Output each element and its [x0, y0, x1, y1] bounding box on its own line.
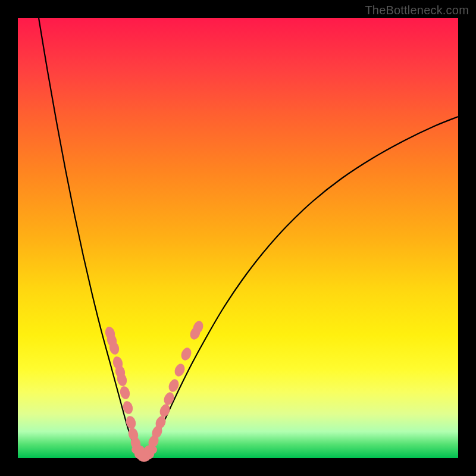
- data-dot: [118, 385, 131, 400]
- chart-svg: [0, 0, 476, 476]
- data-dot: [179, 346, 193, 362]
- data-dot: [162, 391, 176, 406]
- data-dot: [124, 415, 137, 430]
- data-dot: [173, 362, 186, 378]
- curve-right-curve: [144, 117, 458, 458]
- chart-container: TheBottleneck.com: [0, 0, 476, 476]
- data-dot: [158, 403, 171, 418]
- watermark-text: TheBottleneck.com: [365, 4, 469, 17]
